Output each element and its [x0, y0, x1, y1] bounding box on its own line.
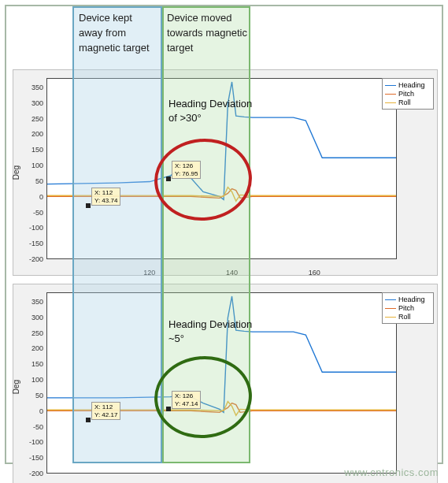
datatip-bottom-right: X: 126 Y: 47.14: [172, 391, 201, 409]
ytick: 300: [21, 99, 43, 107]
ytick: 200: [21, 130, 43, 138]
ylabel-top: Deg: [12, 165, 20, 180]
ytick: -150: [21, 240, 43, 247]
ytick: 0: [21, 407, 43, 415]
legend-top: Heading Pitch Roll: [382, 78, 434, 110]
legend-pitch: Pitch: [398, 90, 414, 98]
xtick: 160: [309, 269, 320, 277]
ytick: 50: [21, 392, 43, 399]
ytick: -100: [21, 438, 43, 446]
datatip-top-right: X: 126 Y: 76.95: [172, 161, 201, 179]
ytick: 150: [21, 360, 43, 368]
zone-towards-label: Device moved towards magnetic target: [167, 11, 249, 56]
ytick: 200: [21, 344, 43, 352]
chart-bottom: Deg Heading Pitch Roll -200-150-100-5005…: [13, 284, 438, 483]
datatip-top-left: X: 112 Y: 43.74: [91, 188, 120, 206]
legend-roll: Roll: [398, 98, 411, 106]
ytick: 100: [21, 376, 43, 384]
ytick: 250: [21, 115, 43, 123]
datatip-bottom-left: X: 112 Y: 42.17: [91, 402, 120, 420]
ytick: 150: [21, 146, 43, 154]
zone-away-label: Device kept away from magnetic target: [79, 11, 157, 56]
annotation-bottom: Heading Deviation ~5°: [168, 318, 255, 346]
ytick: 350: [21, 84, 43, 91]
legend-bottom: Heading Pitch Roll: [382, 292, 434, 324]
ytick: 300: [21, 314, 43, 321]
ytick: -50: [21, 209, 43, 217]
ylabel-bot: Deg: [12, 380, 20, 394]
figure-frame: Device kept away from magnetic target De…: [5, 5, 443, 464]
ytick: -50: [21, 423, 43, 431]
legend-heading-b: Heading: [398, 295, 425, 303]
watermark: www.cntronics.com: [344, 466, 439, 478]
legend-pitch-b: Pitch: [398, 304, 414, 312]
ytick: 100: [21, 162, 43, 169]
ytick: -150: [21, 454, 43, 462]
ytick: 0: [21, 193, 43, 201]
annotation-top: Heading Deviation of >30°: [168, 97, 255, 125]
legend-heading: Heading: [398, 81, 425, 89]
ytick: 250: [21, 329, 43, 337]
legend-roll-b: Roll: [398, 313, 411, 321]
ytick: -200: [21, 255, 43, 263]
xtick: 120: [143, 269, 155, 277]
xtick: 140: [226, 269, 238, 277]
ytick: 350: [21, 298, 43, 306]
ytick: 50: [21, 177, 43, 185]
ytick: -200: [21, 470, 43, 477]
ytick: -100: [21, 224, 43, 232]
